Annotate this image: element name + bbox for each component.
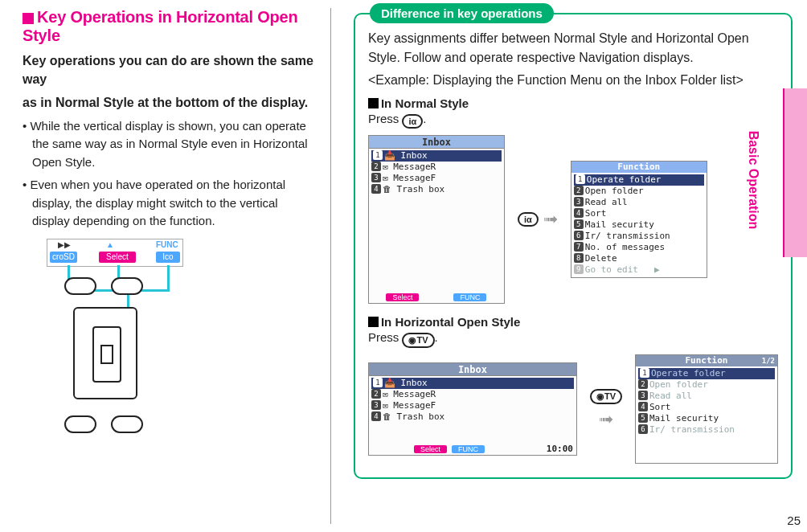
normal-heading-text: In Normal Style bbox=[381, 96, 469, 110]
list-item: MessageR bbox=[393, 389, 436, 399]
chevron-right-icon: ▶ bbox=[654, 264, 660, 275]
phone-key-diagram: ▶▶ ▲ FUNC croSD Select Ico bbox=[23, 239, 183, 464]
press-dot: . bbox=[435, 330, 438, 344]
lead-line-1: Key operations you can do are shown the … bbox=[23, 51, 316, 88]
black-square-icon bbox=[368, 98, 379, 108]
example-label: <Example: Displaying the Function Menu o… bbox=[368, 71, 778, 90]
list-item: MessageR bbox=[393, 162, 436, 172]
swoosh-arrow-icon: ➟ bbox=[599, 409, 613, 430]
right-column: Difference in key operations Key assignm… bbox=[331, 0, 807, 532]
play-icon: ▶▶ bbox=[58, 240, 71, 249]
section-title: Key Operations in Horizontal Open Style bbox=[23, 8, 316, 45]
diagram-key-bottom-right bbox=[111, 415, 143, 433]
horizontal-screen-row: Inbox 1📥 Inbox 2✉ MessageR 3✉ MessageF 4… bbox=[368, 354, 778, 464]
side-tab-label: Basic Operation bbox=[747, 131, 761, 230]
horizontal-menu-title-bar: Function 1/2 bbox=[636, 355, 777, 366]
horizontal-clock: 10:00 bbox=[547, 444, 573, 454]
list-item: MessageF bbox=[393, 173, 436, 183]
normal-screen-title: Inbox bbox=[369, 136, 504, 149]
bullet-1: • While the vertical display is shown, y… bbox=[23, 117, 316, 172]
normal-press-line: Press iα. bbox=[368, 112, 778, 129]
bullet-1-text: While the vertical display is shown, you… bbox=[30, 119, 307, 169]
horizontal-menu-list: 1Operate folder 2Open folder 3Read all 4… bbox=[636, 366, 777, 437]
normal-function-menu: Function 1Operate folder 2Open folder 3R… bbox=[571, 161, 707, 278]
horizontal-menu-title: Function bbox=[686, 355, 728, 366]
i-alpha-key-icon: iα bbox=[402, 114, 423, 129]
callout-title: Difference in key operations bbox=[370, 3, 554, 23]
list-item: Trash box bbox=[397, 184, 445, 194]
normal-footer-bar: Select FUNC bbox=[369, 292, 504, 303]
list-item: Ir/ transmission bbox=[585, 231, 670, 241]
list-item: Ir/ transmission bbox=[649, 424, 735, 435]
list-item: Operate folder bbox=[651, 368, 726, 379]
black-square-icon bbox=[368, 317, 379, 327]
horizontal-press-line: Press ◉TV. bbox=[368, 330, 778, 348]
normal-screen-row: Inbox 1📥 Inbox 2✉ MessageR 3✉ MessageF 4… bbox=[368, 135, 778, 304]
footer-select: Select bbox=[414, 445, 447, 453]
list-item: Mail security bbox=[649, 413, 719, 424]
diagram-dpad-outer bbox=[73, 307, 137, 399]
diagram-connector-line bbox=[167, 265, 170, 289]
side-tab: Basic Operation bbox=[783, 88, 807, 257]
list-item: Sort bbox=[585, 208, 607, 219]
diagram-key-top-left bbox=[64, 277, 96, 295]
press-label: Press bbox=[368, 112, 399, 125]
diagram-tab-crosd: croSD bbox=[50, 252, 77, 263]
bullet-2-text: Even when you have operated on the horiz… bbox=[30, 178, 285, 227]
horizontal-style-heading: In Horizontal Open Style bbox=[368, 315, 778, 329]
diagram-select-label: Select bbox=[99, 252, 136, 263]
arrow-group: ◉TV ➟ bbox=[590, 389, 622, 430]
diagram-tab-ico: Ico bbox=[156, 252, 180, 263]
diagram-key-bottom-left bbox=[64, 415, 96, 433]
footer-select: Select bbox=[386, 293, 419, 301]
normal-menu-title: Function bbox=[571, 162, 707, 173]
diagram-up-arrow-icon: ▲ bbox=[106, 240, 114, 249]
list-item: MessageF bbox=[393, 400, 436, 411]
menu-page-indicator: 1/2 bbox=[762, 355, 775, 366]
list-item: Sort bbox=[649, 402, 671, 412]
swoosh-arrow-icon: ➟ bbox=[543, 209, 558, 230]
horizontal-function-menu: Function 1/2 1Operate folder 2Open folde… bbox=[635, 354, 778, 464]
arrow-group: iα ➟ bbox=[518, 209, 558, 230]
callout-box: Difference in key operations Key assignm… bbox=[354, 13, 793, 479]
list-item: Delete bbox=[585, 253, 617, 264]
section-title-text: Key Operations in Horizontal Open Style bbox=[23, 8, 298, 44]
normal-inbox-list: 1📥 Inbox 2✉ MessageR 3✉ MessageF 4🗑 Tras… bbox=[369, 149, 504, 197]
press-dot: . bbox=[423, 112, 426, 125]
horizontal-heading-text: In Horizontal Open Style bbox=[381, 315, 520, 329]
list-item: Trash box bbox=[397, 411, 445, 422]
press-label: Press bbox=[368, 330, 399, 344]
list-item: No. of messages bbox=[585, 242, 665, 252]
i-alpha-key-icon: iα bbox=[518, 212, 539, 227]
footer-func: FUNC bbox=[452, 445, 485, 453]
diagram-key-top-right bbox=[111, 277, 143, 295]
list-item: Inbox bbox=[401, 150, 428, 161]
horizontal-inbox-list: 1📥 Inbox 2✉ MessageR 3✉ MessageF 4🗑 Tras… bbox=[369, 376, 576, 424]
list-item-disabled: Go to edit bbox=[585, 264, 638, 275]
tv-key-icon: ◉TV bbox=[402, 333, 434, 348]
diagram-func-label-top: FUNC bbox=[156, 240, 178, 249]
list-item: Open folder bbox=[649, 379, 708, 390]
normal-inbox-screen: Inbox 1📥 Inbox 2✉ MessageR 3✉ MessageF 4… bbox=[368, 135, 505, 304]
list-item: Open folder bbox=[585, 186, 644, 196]
list-item: Read all bbox=[649, 391, 692, 401]
page-number: 25 bbox=[787, 514, 801, 527]
left-column: Key Operations in Horizontal Open Style … bbox=[0, 0, 330, 532]
pink-square-icon bbox=[23, 13, 34, 24]
list-item: Read all bbox=[585, 197, 628, 207]
list-item: Inbox bbox=[401, 378, 428, 388]
horizontal-footer-bar: Select FUNC bbox=[369, 444, 576, 455]
tv-key-icon: ◉TV bbox=[590, 389, 622, 404]
horizontal-screen-title: Inbox bbox=[369, 363, 576, 376]
list-item: Mail security bbox=[585, 219, 654, 230]
normal-menu-list: 1Operate folder 2Open folder 3Read all 4… bbox=[571, 173, 707, 277]
list-item: Operate folder bbox=[587, 174, 662, 185]
callout-intro: Key assignments differ between Normal St… bbox=[368, 29, 778, 68]
lead-line-2: as in Normal Style at the bottom of the … bbox=[23, 93, 316, 112]
bullet-2: • Even when you have operated on the hor… bbox=[23, 176, 316, 231]
horizontal-inbox-screen: Inbox 1📥 Inbox 2✉ MessageR 3✉ MessageF 4… bbox=[368, 362, 577, 456]
footer-func: FUNC bbox=[453, 293, 486, 301]
diagram-dpad-center bbox=[100, 345, 113, 364]
normal-style-heading: In Normal Style bbox=[368, 96, 778, 110]
